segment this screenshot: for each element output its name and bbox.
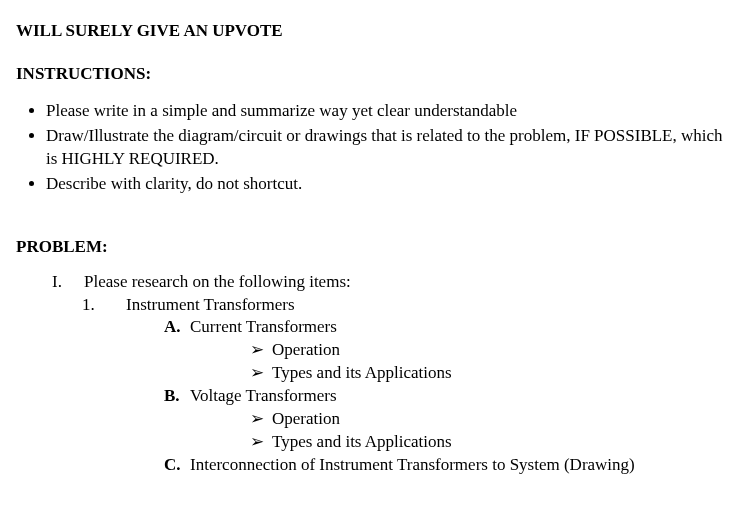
letter-b-text: Voltage Transformers: [190, 385, 337, 408]
letter-c-text: Interconnection of Instrument Transforme…: [190, 454, 635, 477]
problem-heading: PROBLEM:: [16, 236, 729, 259]
sub-a-types: Types and its Applications: [272, 362, 452, 385]
letter-b: B.: [164, 385, 190, 408]
arrow-icon: ➢: [250, 431, 272, 454]
num-1: 1.: [68, 294, 108, 317]
problem-block: I. Please research on the following item…: [16, 271, 729, 477]
sub-b-types: Types and its Applications: [272, 431, 452, 454]
sub-a-operation: Operation: [272, 339, 340, 362]
letter-a: A.: [164, 316, 190, 339]
letter-a-text: Current Transformers: [190, 316, 337, 339]
roman-text: Please research on the following items:: [68, 271, 351, 294]
arrow-icon: ➢: [250, 339, 272, 362]
arrow-icon: ➢: [250, 362, 272, 385]
arrow-icon: ➢: [250, 408, 272, 431]
roman-numeral: I.: [24, 271, 68, 294]
instruction-item: Describe with clarity, do not shortcut.: [46, 173, 729, 196]
letter-c: C.: [164, 454, 190, 477]
sub-b-operation: Operation: [272, 408, 340, 431]
instructions-heading: INSTRUCTIONS:: [16, 63, 729, 86]
page-title: WILL SURELY GIVE AN UPVOTE: [16, 20, 729, 43]
instruction-item: Draw/Illustrate the diagram/circuit or d…: [46, 125, 729, 171]
instruction-item: Please write in a simple and summarize w…: [46, 100, 729, 123]
instructions-list: Please write in a simple and summarize w…: [16, 100, 729, 196]
num-1-text: Instrument Transformers: [108, 294, 295, 317]
